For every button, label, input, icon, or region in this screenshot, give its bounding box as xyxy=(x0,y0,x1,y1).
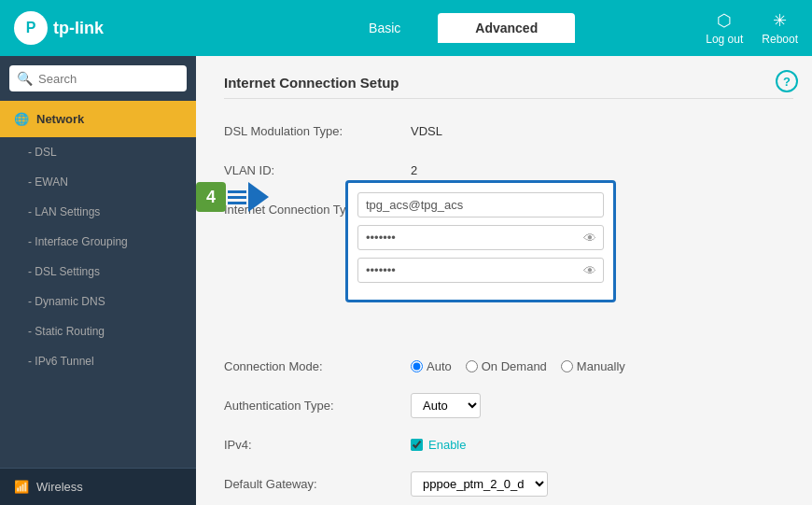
dsl-modulation-label: DSL Modulation Type: xyxy=(224,124,411,138)
sidebar-item-network[interactable]: 🌐 Network xyxy=(0,101,196,137)
ipv4-enable-row: Enable xyxy=(411,438,466,452)
header: P tp-link Basic Advanced ⬡ Log out ✳ Reb… xyxy=(0,0,812,56)
reboot-icon: ✳ xyxy=(773,10,787,31)
arrow-line-3 xyxy=(228,202,246,204)
dsl-modulation-value: VDSL xyxy=(411,124,442,138)
logo-icon: P xyxy=(14,11,48,45)
mode-auto-radio[interactable] xyxy=(411,360,423,372)
sidebar-sub-dsl-settings[interactable]: - DSL Settings xyxy=(0,257,196,287)
sidebar-item-wireless[interactable]: 📶 Wireless xyxy=(0,468,196,505)
search-box[interactable]: 🔍 xyxy=(9,65,187,91)
logo-area: P tp-link xyxy=(14,11,201,45)
search-icon: 🔍 xyxy=(17,71,33,86)
sidebar-sub-static-routing[interactable]: - Static Routing xyxy=(0,316,196,346)
sidebar-sub-interface[interactable]: - Interface Grouping xyxy=(0,227,196,257)
logout-button[interactable]: ⬡ Log out xyxy=(706,10,743,46)
logo-text: tp-link xyxy=(53,19,104,38)
sidebar-sub-lan[interactable]: - LAN Settings xyxy=(0,197,196,227)
arrow-head xyxy=(248,182,269,212)
auth-type-select[interactable]: Auto PAP CHAP xyxy=(411,393,481,418)
mode-manually[interactable]: Manually xyxy=(561,359,625,373)
mode-auto-label: Auto xyxy=(427,359,452,373)
network-icon: 🌐 xyxy=(14,112,29,126)
wireless-icon: 📶 xyxy=(14,480,29,494)
ipv4-row: IPv4: Enable xyxy=(224,431,793,457)
default-gateway-row: Default Gateway: pppoe_ptm_2_0_d xyxy=(224,470,793,497)
dsl-modulation-row: DSL Modulation Type: VDSL xyxy=(224,118,793,144)
vlan-id-label: VLAN ID: xyxy=(224,163,411,177)
confirm-password-row: 👁 xyxy=(357,258,604,283)
search-input[interactable] xyxy=(38,72,179,86)
default-gateway-select[interactable]: pppoe_ptm_2_0_d xyxy=(411,471,548,497)
ipv4-label: IPv4: xyxy=(224,438,411,452)
arrow-line-2 xyxy=(228,196,246,199)
auth-type-row: Authentication Type: Auto PAP CHAP xyxy=(224,392,793,418)
vlan-id-row: VLAN ID: 2 xyxy=(224,157,793,183)
sidebar-item-wireless-label: Wireless xyxy=(36,480,83,494)
header-actions: ⬡ Log out ✳ Reboot xyxy=(706,10,798,46)
logout-label: Log out xyxy=(706,33,743,46)
mode-manually-radio[interactable] xyxy=(561,360,573,372)
connection-mode-label: Connection Mode: xyxy=(224,359,411,373)
sidebar-item-network-label: Network xyxy=(36,112,84,126)
step-annotation: 4 xyxy=(196,182,269,212)
reboot-label: Reboot xyxy=(762,33,798,46)
username-input[interactable] xyxy=(357,192,604,217)
mode-ondemand[interactable]: On Demand xyxy=(466,359,547,373)
mode-ondemand-label: On Demand xyxy=(482,359,547,373)
tab-basic[interactable]: Basic xyxy=(331,13,438,43)
sidebar: 🔍 🌐 Network - DSL - EWAN - LAN Settings … xyxy=(0,56,196,505)
default-gateway-label: Default Gateway: xyxy=(224,477,411,491)
arrow-line-1 xyxy=(228,190,246,193)
connection-mode-options: Auto On Demand Manually xyxy=(411,359,625,373)
connection-mode-row: Connection Mode: Auto On Demand Manually xyxy=(224,353,793,379)
section-title: Internet Connection Setup xyxy=(224,75,793,99)
reboot-button[interactable]: ✳ Reboot xyxy=(762,10,798,46)
layout: 🔍 🌐 Network - DSL - EWAN - LAN Settings … xyxy=(0,56,812,505)
highlight-box: 👁 👁 xyxy=(345,180,616,302)
sidebar-sub-ipv6[interactable]: - IPv6 Tunnel xyxy=(0,346,196,376)
vlan-id-value: 2 xyxy=(411,163,417,177)
ipv4-enable-label: Enable xyxy=(428,438,466,452)
help-button[interactable]: ? xyxy=(776,70,798,92)
confirm-password-input[interactable] xyxy=(357,258,604,283)
mode-auto[interactable]: Auto xyxy=(411,359,452,373)
password-eye-icon[interactable]: 👁 xyxy=(583,231,596,245)
sidebar-sub-dsl[interactable]: - DSL xyxy=(0,137,196,167)
password-row: 👁 xyxy=(357,225,604,250)
sidebar-sub-ddns[interactable]: - Dynamic DNS xyxy=(0,287,196,316)
ipv4-enable-checkbox[interactable] xyxy=(411,439,423,451)
step-arrow xyxy=(226,182,269,212)
password-input[interactable] xyxy=(357,225,604,250)
mode-ondemand-radio[interactable] xyxy=(466,360,478,372)
sidebar-sub-ewan[interactable]: - EWAN xyxy=(0,167,196,197)
confirm-password-eye-icon[interactable]: 👁 xyxy=(583,263,596,278)
arrow-lines xyxy=(228,190,246,204)
auth-type-label: Authentication Type: xyxy=(224,399,411,413)
step-number: 4 xyxy=(196,182,226,212)
logout-icon: ⬡ xyxy=(717,10,732,31)
tab-advanced[interactable]: Advanced xyxy=(438,13,575,43)
nav-tabs: Basic Advanced xyxy=(201,13,706,43)
mode-manually-label: Manually xyxy=(577,359,625,373)
